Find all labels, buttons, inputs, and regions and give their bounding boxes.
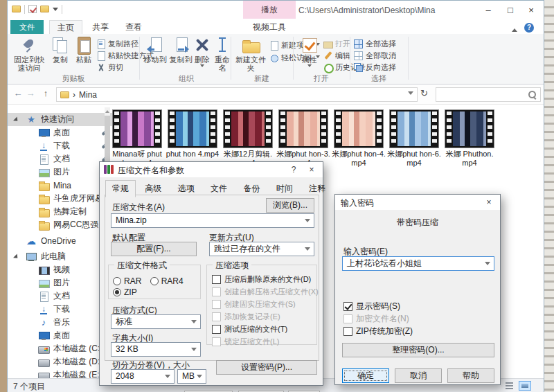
dialog-close-button[interactable]: × (302, 162, 321, 177)
option-checkbox[interactable]: 显示密码(S) (343, 301, 413, 312)
forward-button[interactable]: → (24, 88, 37, 98)
address-dropdown[interactable] (408, 90, 413, 100)
edit-button[interactable]: 编辑 (323, 51, 350, 61)
copy-button[interactable]: 复制 (49, 36, 71, 64)
back-button[interactable]: ← (12, 88, 24, 98)
format-radio[interactable]: RAR (113, 276, 141, 286)
dictionary-combo[interactable]: 32 KB (111, 342, 201, 357)
sidebar-item[interactable]: 文档 (8, 152, 113, 166)
file-item[interactable]: 米娜 Phuthon.mp4 (443, 110, 497, 168)
format-radio[interactable]: ZIP (113, 287, 137, 297)
select-all-button[interactable]: 全部选择 (354, 39, 396, 49)
dialog-help-button[interactable]: ? (284, 162, 303, 177)
maximize-button[interactable]: □ (499, 1, 521, 20)
sidebar-item[interactable]: 下载 (8, 303, 113, 316)
search-input[interactable] (436, 87, 541, 102)
paste-button[interactable]: 粘贴 (73, 36, 95, 64)
ok-button[interactable]: 确定 (342, 368, 389, 383)
split-unit-combo[interactable]: MB (177, 369, 206, 384)
password-input[interactable]: 上村花论坛看小姐姐 (342, 256, 494, 271)
help-button[interactable]: 帮助 (447, 368, 494, 383)
organize-passwords-button[interactable]: 整理密码(O)... (342, 343, 494, 357)
sidebar-item[interactable]: 桌面 (8, 126, 113, 139)
option-checkbox[interactable]: 添加恢复记录(E) (212, 311, 319, 322)
divider (24, 5, 25, 14)
sidebar-item[interactable]: 斗鱼虎牙网易 (8, 192, 113, 205)
move-to-button[interactable]: 移动到 (143, 36, 167, 64)
file-item[interactable]: 米娜phut hon-3.mp4 (276, 110, 330, 168)
option-checkbox[interactable]: 创建固实压缩文件(S) (212, 299, 319, 310)
split-size-combo[interactable]: 2048 (111, 369, 175, 384)
file-item[interactable]: 米娜12月剪辑.mp4 (221, 110, 275, 168)
delete-button[interactable]: 删除 (193, 36, 212, 69)
file-item[interactable]: phut hon 4.mp4 (166, 110, 220, 168)
sidebar-item-label: 热舞定制 (53, 206, 87, 217)
ribbon-tab[interactable]: 共享 (85, 20, 116, 34)
sidebar-item[interactable]: 音乐 (8, 316, 113, 329)
close-button[interactable]: × (520, 1, 542, 20)
sidebar-item[interactable]: 视频 (8, 263, 113, 276)
archive-name-combo[interactable]: Mina.zip (111, 213, 314, 228)
option-checkbox[interactable]: 测试压缩的文件(T) (212, 323, 319, 335)
ribbon-tab[interactable]: 视频工具 (243, 20, 296, 34)
check-icon[interactable] (28, 5, 37, 13)
cut-button[interactable]: 剪切 (96, 62, 123, 73)
file-item[interactable]: 米娜phut hon-6.mp4 (387, 110, 441, 168)
browse-button[interactable]: 浏览(B)... (266, 198, 314, 213)
tab-file[interactable]: 文件 (10, 20, 44, 34)
rename-button[interactable]: 重命名 (212, 36, 233, 72)
address-row: ← → ↑ › Mina ↻ (8, 84, 544, 105)
option-checkbox[interactable]: 创建自解压格式压缩文件(X) (212, 286, 319, 297)
format-radio[interactable]: RAR4 (150, 276, 184, 286)
update-mode-combo[interactable]: 跳过已存在的文件 (209, 242, 314, 256)
sidebar-item[interactable]: 桌面 (8, 329, 113, 342)
sidebar-item[interactable]: 本地磁盘 (C:) (8, 342, 113, 355)
pin-to-quick-access-button[interactable]: 固定到快速访问 (10, 36, 48, 72)
breadcrumb[interactable]: Mina (79, 90, 97, 100)
sidebar-item[interactable]: 图片 (8, 166, 113, 179)
sidebar-item[interactable]: 下载 (8, 139, 113, 152)
sidebar-item[interactable]: 快速访问 (8, 113, 113, 126)
cancel-button[interactable]: 取消 (395, 368, 442, 383)
sidebar-item[interactable]: 此电脑 (8, 250, 113, 263)
sidebar-item[interactable]: 本地磁盘 (D:) (8, 355, 113, 368)
copy-to-button[interactable]: 复制到 (169, 36, 193, 64)
thumbnail-view-button[interactable] (519, 381, 531, 391)
sidebar-item[interactable]: Mina (8, 179, 113, 192)
option-checkbox[interactable]: 加密文件名(N) (343, 313, 413, 324)
sidebar-item[interactable]: 网易CC恩强 (8, 218, 113, 231)
list-view-button[interactable] (503, 381, 516, 391)
option-checkbox[interactable]: 锁定压缩文件(L) (212, 336, 319, 347)
ribbon-tab[interactable]: 主页 (49, 20, 82, 34)
refresh-button[interactable]: ↻ (420, 88, 428, 98)
select-none-button[interactable]: 全部取消 (354, 51, 396, 61)
sidebar-item[interactable]: 本地磁盘 (E:) (8, 368, 113, 378)
file-item[interactable]: Minana呀 phut hon.mp4 (110, 110, 164, 168)
properties-button[interactable]: 属性 (297, 36, 322, 69)
set-password-button[interactable]: 设置密码(P)... (216, 360, 317, 375)
ribbon-tab[interactable]: 查看 (118, 20, 149, 34)
profiles-button[interactable]: 配置(F)... (111, 242, 197, 256)
sidebar-item[interactable]: OneDrive (8, 234, 113, 247)
file-item[interactable]: 米娜phut hon-4.mp4 (332, 110, 386, 168)
method-combo[interactable]: 标准 (111, 314, 201, 329)
caret-down-icon[interactable] (53, 8, 58, 14)
option-checkbox[interactable]: 压缩后删除原来的文件(D) (212, 274, 319, 285)
checkbox-label: 压缩后删除原来的文件(D) (224, 274, 311, 285)
minimize-button[interactable]: – (477, 1, 499, 20)
collapse-ribbon-icon[interactable] (512, 26, 517, 32)
up-button[interactable]: ↑ (39, 88, 52, 98)
new-folder-button[interactable]: 新建文件夹 (235, 36, 267, 72)
sidebar-item[interactable]: 热舞定制 (8, 205, 113, 218)
folder-icon[interactable] (40, 6, 49, 12)
copy-path-button[interactable]: 复制路径 (96, 39, 138, 49)
dialog-close-button[interactable]: × (479, 195, 499, 210)
invert-selection-button[interactable]: 反向选择 (354, 62, 396, 73)
folder-icon[interactable] (12, 6, 21, 12)
help-icon[interactable]: ? (524, 23, 534, 33)
sidebar-item[interactable]: 文档 (8, 289, 113, 303)
address-bar[interactable]: › Mina (56, 87, 418, 102)
sidebar-item[interactable]: 图片 (8, 276, 113, 289)
option-checkbox[interactable]: ZIP传统加密(Z) (343, 326, 413, 337)
dialog-tab[interactable]: 常规 (105, 180, 136, 197)
